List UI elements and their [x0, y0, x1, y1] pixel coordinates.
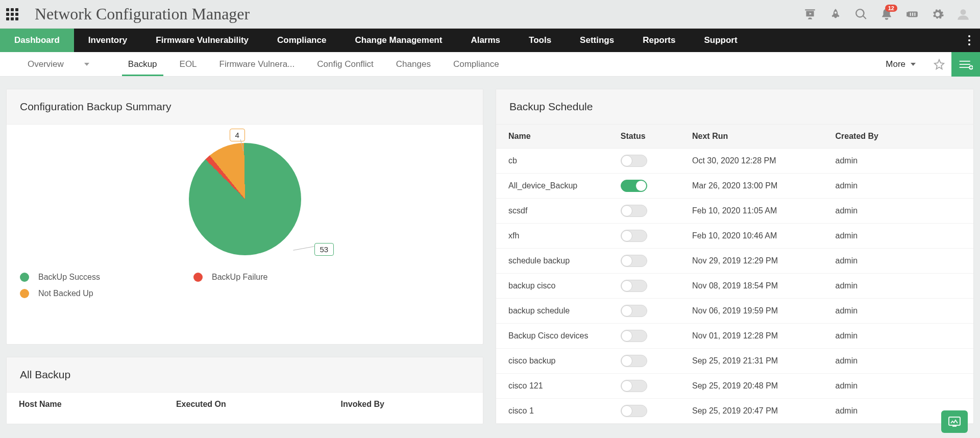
- column-header[interactable]: Next Run: [687, 125, 830, 149]
- column-header[interactable]: Status: [616, 125, 687, 149]
- nav-item-firmware-vulnerability[interactable]: Firmware Vulnerability: [141, 29, 263, 52]
- table-row[interactable]: scsdfFeb 10, 2020 11:05 AMadmin: [496, 199, 973, 224]
- status-toggle[interactable]: [621, 255, 647, 267]
- nav-item-alarms[interactable]: Alarms: [456, 29, 514, 52]
- table-row[interactable]: backup scheduleNov 06, 2019 19:59 PMadmi…: [496, 299, 973, 324]
- legend-item[interactable]: Not Backed Up: [20, 289, 173, 298]
- favorite-button[interactable]: [927, 52, 951, 77]
- table-row[interactable]: cbOct 30, 2020 12:28 PMadmin: [496, 149, 973, 174]
- table-row[interactable]: cisco 121Sep 25, 2019 20:48 PMadmin: [496, 374, 973, 399]
- cell-nextrun: Feb 10, 2020 11:05 AM: [687, 199, 830, 224]
- svg-rect-5: [949, 417, 960, 424]
- cell-name: scsdf: [496, 199, 616, 224]
- pie-label-success: 53: [314, 243, 334, 256]
- column-header[interactable]: Host Name: [7, 393, 171, 416]
- cell-status: [616, 199, 687, 224]
- chart-legend: BackUp SuccessBackUp FailureNot Backed U…: [20, 273, 470, 298]
- toggle-knob: [621, 305, 632, 317]
- status-toggle[interactable]: [621, 380, 647, 392]
- avatar[interactable]: [957, 8, 970, 21]
- column-header[interactable]: Created By: [830, 125, 974, 149]
- status-toggle[interactable]: [621, 155, 647, 167]
- dashboard-body: Configuration Backup Summary 53 4 BackUp…: [0, 77, 980, 424]
- status-toggle[interactable]: [621, 205, 647, 217]
- subnav-changes[interactable]: Changes: [385, 52, 442, 76]
- cell-createdby: admin: [830, 199, 974, 224]
- subnav-config-conflict[interactable]: Config Conflict: [306, 52, 385, 76]
- status-toggle[interactable]: [621, 305, 647, 317]
- app-title: Network Configuration Manager: [35, 5, 250, 23]
- cell-nextrun: Nov 08, 2019 18:54 PM: [687, 274, 830, 299]
- cell-status: [616, 374, 687, 399]
- column-header[interactable]: Executed On: [171, 393, 336, 416]
- subnav-overview[interactable]: Overview: [0, 52, 117, 76]
- subnav-backup[interactable]: Backup: [117, 52, 168, 76]
- nav-item-settings[interactable]: Settings: [566, 29, 628, 52]
- legend-item[interactable]: BackUp Success: [20, 273, 173, 282]
- svg-point-1: [968, 35, 970, 37]
- sub-nav: OverviewBackupEOLFirmware Vulnera...Conf…: [0, 52, 980, 77]
- column-header[interactable]: Invoked By: [336, 393, 483, 416]
- cell-status: [616, 299, 687, 324]
- cell-nextrun: Sep 25, 2019 20:48 PM: [687, 374, 830, 399]
- table-row[interactable]: schedule backupNov 29, 2019 12:29 PMadmi…: [496, 249, 973, 274]
- cell-name: xfh: [496, 224, 616, 249]
- table-row[interactable]: cisco backupSep 25, 2019 21:31 PMadmin: [496, 349, 973, 374]
- add-widget-button[interactable]: [951, 52, 980, 77]
- table-row[interactable]: xfhFeb 10, 2020 10:46 AMadmin: [496, 224, 973, 249]
- subnav-eol[interactable]: EOL: [168, 52, 208, 76]
- nav-kebab-icon[interactable]: [959, 29, 980, 52]
- status-toggle[interactable]: [621, 355, 647, 367]
- search-icon[interactable]: [854, 8, 868, 21]
- report-float-button[interactable]: [941, 410, 968, 424]
- subnav-more[interactable]: More: [874, 59, 927, 69]
- table-row[interactable]: cisco 1Sep 25, 2019 20:47 PMadmin: [496, 399, 973, 424]
- nav-item-inventory[interactable]: Inventory: [74, 29, 142, 52]
- presentation-icon[interactable]: [803, 8, 817, 21]
- nav-item-tools[interactable]: Tools: [514, 29, 566, 52]
- cell-createdby: admin: [830, 374, 974, 399]
- legend-item[interactable]: BackUp Failure: [193, 273, 347, 282]
- nav-item-reports[interactable]: Reports: [628, 29, 690, 52]
- backup-schedule-table: NameStatusNext RunCreated By cbOct 30, 2…: [496, 125, 973, 424]
- backup-summary-body: 53 4 BackUp SuccessBackUp FailureNot Bac…: [7, 125, 483, 344]
- cell-createdby: admin: [830, 149, 974, 174]
- nav-item-change-management[interactable]: Change Management: [340, 29, 456, 52]
- cell-status: [616, 399, 687, 424]
- status-toggle[interactable]: [621, 180, 647, 192]
- cell-createdby: admin: [830, 274, 974, 299]
- nav-item-support[interactable]: Support: [690, 29, 751, 52]
- status-toggle[interactable]: [621, 330, 647, 342]
- pie-chart[interactable]: [189, 143, 301, 255]
- subnav-firmware-vulnera-[interactable]: Firmware Vulnera...: [208, 52, 306, 76]
- table-row[interactable]: backup ciscoNov 08, 2019 18:54 PMadmin: [496, 274, 973, 299]
- caret-down-icon: [911, 63, 916, 66]
- cell-status: [616, 324, 687, 349]
- all-backup-panel: All Backup Host NameExecuted OnInvoked B…: [6, 357, 483, 424]
- column-header[interactable]: Name: [496, 125, 616, 149]
- toggle-knob: [635, 180, 647, 191]
- pie-label-notbacked: 4: [230, 129, 245, 141]
- cell-name: backup schedule: [496, 299, 616, 324]
- battery-icon[interactable]: [905, 8, 919, 21]
- legend-dot-icon: [20, 273, 29, 282]
- nav-item-compliance[interactable]: Compliance: [263, 29, 340, 52]
- cell-status: [616, 249, 687, 274]
- cell-name: cisco 1: [496, 399, 616, 424]
- header-toolbar: 12: [803, 8, 974, 21]
- table-row[interactable]: Backup Cisco devicesNov 01, 2019 12:28 P…: [496, 324, 973, 349]
- subnav-compliance[interactable]: Compliance: [442, 52, 510, 76]
- status-toggle[interactable]: [621, 280, 647, 292]
- rocket-icon[interactable]: [829, 8, 842, 21]
- svg-point-2: [968, 39, 970, 41]
- bell-icon[interactable]: 12: [880, 8, 893, 21]
- toggle-knob: [621, 155, 632, 166]
- gear-icon[interactable]: [931, 8, 944, 21]
- notification-badge: 12: [885, 5, 897, 12]
- table-row[interactable]: All_device_BackupMar 26, 2020 13:00 PMad…: [496, 174, 973, 199]
- nav-item-dashboard[interactable]: Dashboard: [0, 29, 74, 52]
- apps-grid-icon[interactable]: [6, 8, 18, 20]
- status-toggle[interactable]: [621, 230, 647, 242]
- main-nav: DashboardInventoryFirmware Vulnerability…: [0, 29, 980, 52]
- status-toggle[interactable]: [621, 405, 647, 417]
